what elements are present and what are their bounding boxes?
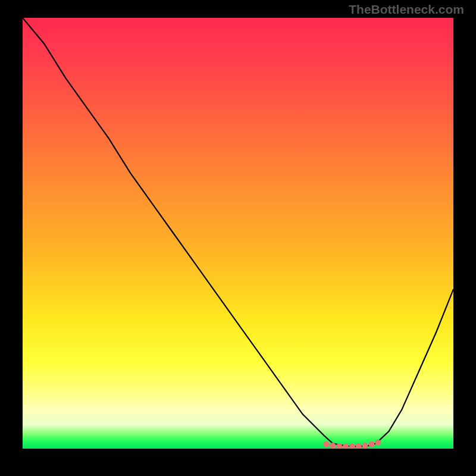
marker-dot xyxy=(368,441,374,447)
watermark-text: TheBottleneck.com xyxy=(349,2,464,17)
marker-dot xyxy=(356,443,362,449)
marker-dot xyxy=(375,440,381,446)
bottleneck-curve xyxy=(23,18,453,446)
marker-dot xyxy=(349,443,355,449)
bottom-marker-dots xyxy=(323,440,381,449)
chart-plot-area xyxy=(23,18,453,449)
marker-dot xyxy=(362,443,368,449)
marker-dot xyxy=(330,443,336,449)
marker-dot xyxy=(323,441,329,447)
chart-svg xyxy=(23,18,453,449)
marker-dot xyxy=(343,443,349,449)
